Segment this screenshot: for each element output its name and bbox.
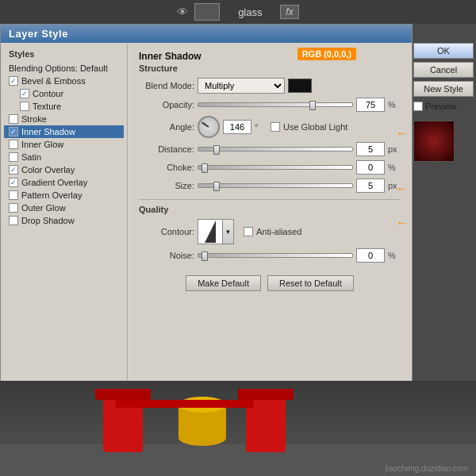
pattern-overlay-label: Pattern Overlay xyxy=(21,190,82,200)
contour-dropdown-btn[interactable]: ▼ xyxy=(223,219,234,244)
sidebar-item-inner-shadow[interactable]: Inner Shadow xyxy=(4,125,124,138)
contour-label: Contour: xyxy=(139,227,194,236)
watermark: jiaocheng.duzidian.com xyxy=(385,464,468,473)
rgb-tooltip: RGB (0,0,0,) xyxy=(298,48,356,60)
sidebar-item-drop-shadow[interactable]: Drop Shadow xyxy=(4,214,124,227)
texture-checkbox[interactable] xyxy=(20,102,29,111)
sidebar-item-color-overlay[interactable]: Color Overlay xyxy=(4,163,124,176)
angle-label: Angle: xyxy=(139,122,194,132)
drop-shadow-checkbox[interactable] xyxy=(9,216,18,225)
top-bar: 👁 glass fx xyxy=(0,0,476,24)
choke-input[interactable]: 0 xyxy=(356,160,385,175)
right-action-buttons: OK Cancel New Style Preview xyxy=(413,43,476,162)
layer-name: glass xyxy=(226,6,274,18)
contour-arrow-shape xyxy=(205,221,216,243)
sidebar-item-inner-glow[interactable]: Inner Glow xyxy=(4,138,124,151)
blend-mode-row: Blend Mode: Multiply Normal Screen xyxy=(139,78,401,94)
sidebar-item-pattern-overlay[interactable]: Pattern Overlay xyxy=(4,189,124,202)
sidebar-item-satin[interactable]: Satin xyxy=(4,151,124,163)
decoration-svg xyxy=(0,381,476,476)
opacity-input[interactable]: 75 xyxy=(356,98,385,112)
arrow-indicator-size: ← xyxy=(396,216,409,230)
preview-checkbox-row[interactable]: Preview xyxy=(413,102,476,111)
satin-label: Satin xyxy=(21,152,41,162)
size-slider[interactable] xyxy=(198,183,353,188)
angle-dial[interactable] xyxy=(198,116,220,138)
bevel-emboss-checkbox[interactable] xyxy=(9,76,18,86)
sidebar-item-bevel-emboss[interactable]: Bevel & Emboss xyxy=(4,75,124,87)
inner-glow-checkbox[interactable] xyxy=(9,140,18,149)
bottom-buttons: Make Default Reset to Default xyxy=(139,275,401,291)
noise-input[interactable]: 0 xyxy=(356,248,385,263)
arrow-indicator-blend: ← xyxy=(396,126,409,140)
opacity-slider[interactable] xyxy=(198,102,353,107)
sidebar-item-texture[interactable]: Texture xyxy=(4,100,124,113)
new-style-button[interactable]: New Style xyxy=(413,81,474,97)
size-input[interactable]: 5 xyxy=(356,178,385,193)
bevel-emboss-label: Bevel & Emboss xyxy=(21,76,86,86)
opacity-unit: % xyxy=(388,100,401,109)
contour-label: Contour xyxy=(33,89,63,98)
svg-rect-4 xyxy=(238,389,294,400)
fx-badge: fx xyxy=(280,5,298,19)
preview-label: Preview xyxy=(425,102,456,111)
blending-options-label: Blending Options: Default xyxy=(9,63,108,73)
noise-row: Noise: 0 % xyxy=(139,248,401,263)
choke-slider[interactable] xyxy=(198,165,353,170)
drop-shadow-label: Drop Shadow xyxy=(21,216,75,225)
inner-glow-label: Inner Glow xyxy=(21,140,63,149)
arrow-indicator-distance: ← xyxy=(396,182,409,196)
contour-preview xyxy=(198,219,223,244)
sidebar-blending-options[interactable]: Blending Options: Default xyxy=(4,62,124,75)
reset-default-button[interactable]: Reset to Default xyxy=(267,275,354,291)
divider xyxy=(139,199,401,200)
use-global-light-checkbox[interactable] xyxy=(271,122,280,132)
use-global-light-label[interactable]: Use Global Light xyxy=(271,122,347,132)
make-default-button[interactable]: Make Default xyxy=(186,275,261,291)
sidebar-item-outer-glow[interactable]: Outer Glow xyxy=(4,202,124,214)
svg-rect-2 xyxy=(95,389,151,400)
opacity-row: Opacity: 75 % xyxy=(139,98,401,112)
contour-checkbox[interactable] xyxy=(20,89,29,98)
preview-thumbnail xyxy=(413,121,455,162)
svg-rect-8 xyxy=(115,400,254,408)
contour-row: Contour: ▼ Anti-aliased xyxy=(139,219,401,244)
distance-slider[interactable] xyxy=(198,147,353,152)
stroke-label: Stroke xyxy=(21,114,47,124)
distance-input[interactable]: 5 xyxy=(356,142,385,156)
sidebar-item-contour[interactable]: Contour xyxy=(4,87,124,100)
cancel-button[interactable]: Cancel xyxy=(413,62,474,78)
color-swatch[interactable] xyxy=(288,79,312,93)
angle-line xyxy=(202,122,209,128)
opacity-label: Opacity: xyxy=(139,100,194,109)
angle-row: Angle: 146 ° Use Global Light xyxy=(139,116,401,138)
satin-checkbox[interactable] xyxy=(9,152,18,162)
anti-aliased-checkbox[interactable] xyxy=(244,227,253,236)
dialog-title: Layer Style xyxy=(1,25,412,43)
choke-unit: % xyxy=(388,163,401,172)
gradient-overlay-label: Gradient Overlay xyxy=(21,178,87,187)
blend-mode-label: Blend Mode: xyxy=(139,81,194,90)
noise-slider[interactable] xyxy=(198,253,353,258)
angle-unit: ° xyxy=(255,122,267,132)
angle-input[interactable]: 146 xyxy=(223,120,251,134)
gradient-overlay-checkbox[interactable] xyxy=(9,178,18,187)
sidebar-item-gradient-overlay[interactable]: Gradient Overlay xyxy=(4,176,124,189)
outer-glow-checkbox[interactable] xyxy=(9,203,18,213)
blend-mode-select[interactable]: Multiply Normal Screen xyxy=(198,78,285,94)
preview-checkbox[interactable] xyxy=(413,102,423,111)
stroke-checkbox[interactable] xyxy=(9,114,18,124)
sidebar-item-stroke[interactable]: Stroke xyxy=(4,113,124,125)
noise-unit: % xyxy=(388,251,401,260)
anti-aliased-label[interactable]: Anti-aliased xyxy=(244,227,301,236)
distance-unit: px xyxy=(388,144,401,154)
sidebar-styles-title: Styles xyxy=(4,48,124,62)
distance-row: Distance: 5 px xyxy=(139,142,401,156)
noise-label: Noise: xyxy=(139,251,194,260)
ok-button[interactable]: OK xyxy=(413,43,474,59)
color-overlay-checkbox[interactable] xyxy=(9,165,18,175)
visibility-icon[interactable]: 👁 xyxy=(177,6,188,18)
pattern-overlay-checkbox[interactable] xyxy=(9,190,18,200)
quality-title: Quality xyxy=(139,205,401,214)
inner-shadow-checkbox[interactable] xyxy=(9,127,18,136)
